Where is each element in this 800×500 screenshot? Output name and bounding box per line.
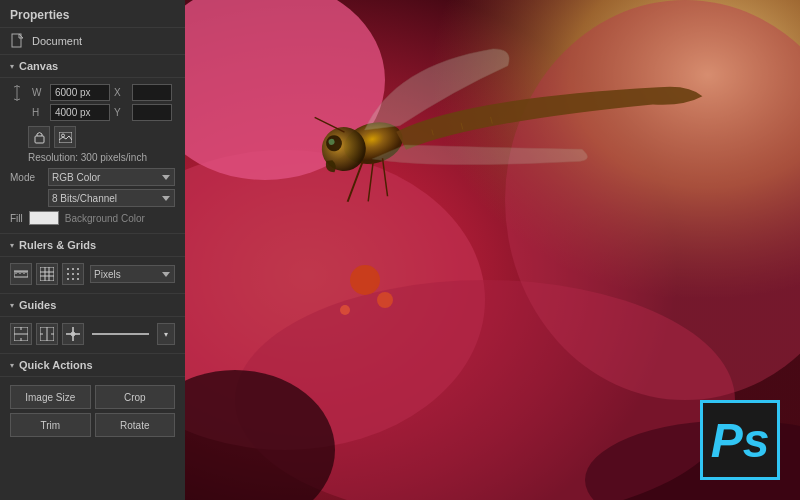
main-canvas: Ps <box>185 0 800 500</box>
fill-color-label: Background Color <box>65 213 145 224</box>
trim-button[interactable]: Trim <box>10 413 91 437</box>
canvas-section-body: W X H Y <box>0 78 185 234</box>
quick-actions-section-header[interactable]: ▾ Quick Actions <box>0 354 185 377</box>
quick-actions-body: Image Size Crop Trim Rotate <box>0 377 185 445</box>
guides-section-header[interactable]: ▾ Guides <box>0 294 185 317</box>
document-icon <box>10 33 26 49</box>
bits-row: 8 Bits/Channel 16 Bits/Channel 32 Bits/C… <box>48 189 175 207</box>
svg-point-17 <box>72 268 74 270</box>
image-size-button[interactable]: Image Size <box>10 385 91 409</box>
guide-color-dropdown[interactable]: ▾ <box>157 323 175 345</box>
svg-rect-11 <box>40 267 54 281</box>
guide-horizontal-icon[interactable] <box>10 323 32 345</box>
document-row: Document <box>0 28 185 55</box>
y-label: Y <box>114 107 128 118</box>
svg-rect-0 <box>12 34 21 47</box>
mode-row: Mode RGB Color CMYK Color Grayscale <box>10 168 175 186</box>
rulers-row: Pixels Inches Centimeters <box>10 263 175 285</box>
svg-point-19 <box>67 273 69 275</box>
canvas-icons-row <box>28 126 175 148</box>
canvas-section-title: Canvas <box>19 60 58 72</box>
photoshop-logo: Ps <box>700 400 780 480</box>
fill-label: Fill <box>10 213 23 224</box>
canvas-section-header[interactable]: ▾ Canvas <box>0 55 185 78</box>
canvas-chevron: ▾ <box>10 62 14 71</box>
rulers-chevron: ▾ <box>10 241 14 250</box>
crop-button[interactable]: Crop <box>95 385 176 409</box>
rulers-section-title: Rulers & Grids <box>19 239 96 251</box>
svg-point-55 <box>377 292 393 308</box>
x-input[interactable] <box>132 84 172 101</box>
units-select[interactable]: Pixels Inches Centimeters <box>90 265 175 283</box>
width-input[interactable] <box>50 84 110 101</box>
guide-cross-icon[interactable] <box>62 323 84 345</box>
document-label: Document <box>32 35 82 47</box>
guides-section-body: ▾ <box>0 317 185 354</box>
guide-color-line <box>92 333 149 335</box>
bits-select[interactable]: 8 Bits/Channel 16 Bits/Channel 32 Bits/C… <box>48 189 175 207</box>
quick-actions-chevron: ▾ <box>10 361 14 370</box>
svg-point-21 <box>77 273 79 275</box>
fill-color-swatch[interactable] <box>29 211 59 225</box>
svg-point-56 <box>340 305 350 315</box>
rulers-section-header[interactable]: ▾ Rulers & Grids <box>0 234 185 257</box>
rulers-section-body: Pixels Inches Centimeters <box>0 257 185 294</box>
guide-vertical-icon[interactable] <box>36 323 58 345</box>
svg-point-20 <box>72 273 74 275</box>
quick-actions-grid: Image Size Crop Trim Rotate <box>10 385 175 437</box>
properties-panel: Properties Document ▾ Canvas <box>0 0 185 500</box>
guides-chevron: ▾ <box>10 301 14 310</box>
x-label: X <box>114 87 128 98</box>
width-label: W <box>32 87 46 98</box>
ruler-icon[interactable] <box>10 263 32 285</box>
svg-point-16 <box>67 268 69 270</box>
guides-row: ▾ <box>10 323 175 345</box>
photo-background: Ps <box>185 0 800 500</box>
y-input[interactable] <box>132 104 172 121</box>
link-icon <box>10 86 24 100</box>
guides-section-title: Guides <box>19 299 56 311</box>
dot-grid-icon[interactable] <box>62 263 84 285</box>
height-input[interactable] <box>50 104 110 121</box>
svg-rect-1 <box>35 136 44 143</box>
mode-select[interactable]: RGB Color CMYK Color Grayscale <box>48 168 175 186</box>
canvas-image-icon[interactable] <box>54 126 76 148</box>
grid-icon[interactable] <box>36 263 58 285</box>
quick-actions-section-title: Quick Actions <box>19 359 93 371</box>
fill-row: Fill Background Color <box>10 211 175 225</box>
panel-title: Properties <box>0 0 185 28</box>
height-label: H <box>32 107 46 118</box>
canvas-lock-icon[interactable] <box>28 126 50 148</box>
mode-label: Mode <box>10 172 48 183</box>
canvas-dimensions: W X H Y <box>32 84 172 121</box>
svg-point-22 <box>67 278 69 280</box>
rotate-button[interactable]: Rotate <box>95 413 176 437</box>
svg-point-18 <box>77 268 79 270</box>
svg-point-23 <box>72 278 74 280</box>
svg-point-54 <box>350 265 380 295</box>
svg-point-24 <box>77 278 79 280</box>
resolution-label: Resolution: 300 pixels/inch <box>28 152 175 163</box>
